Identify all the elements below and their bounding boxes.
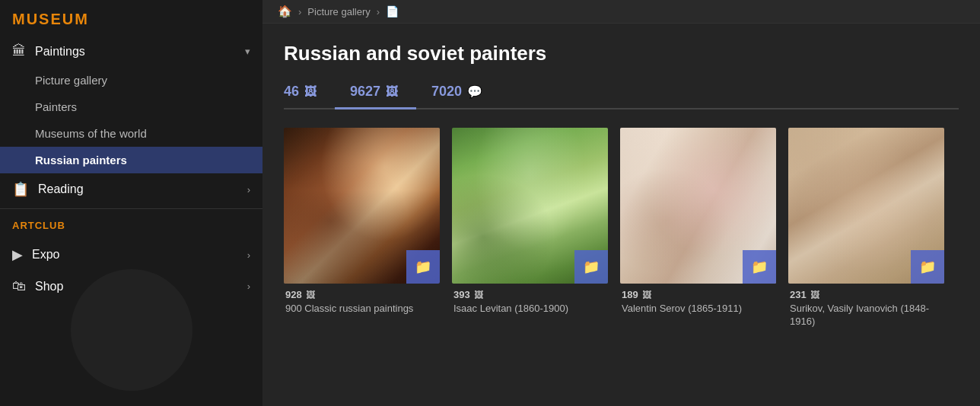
breadcrumb-page-icon: 📄 xyxy=(386,5,399,17)
sidebar-item-expo[interactable]: ▶ Expo › xyxy=(0,239,262,271)
sidebar-shop-label: Shop xyxy=(35,280,63,293)
sidebar-item-painters[interactable]: Painters xyxy=(0,94,262,120)
breadcrumb-sep-1: › xyxy=(298,6,301,17)
content-area: Russian and soviet painters 46 🖼 9627 🖼 … xyxy=(262,24,980,406)
gallery-card-3[interactable]: 📁 189 🖼 Valentin Serov (1865-1911) xyxy=(620,128,776,330)
card-title-3: Valentin Serov (1865-1911) xyxy=(622,303,775,316)
sidebar-section-reading[interactable]: 📋 Reading › xyxy=(0,173,262,205)
expo-play-icon: ▶ xyxy=(12,246,23,263)
card-title-1: 900 Classic russian paintings xyxy=(285,303,438,316)
stat-count-albums: 46 xyxy=(284,84,299,100)
stat-tab-pictures[interactable]: 9627 🖼 xyxy=(335,79,416,109)
card-meta-2: 393 🖼 Isaac Levitan (1860-1900) xyxy=(452,284,608,317)
card-img-wrap-3: 📁 xyxy=(620,128,776,284)
sidebar-expo-label: Expo xyxy=(32,248,59,262)
sidebar-item-museums-label: Museums of the world xyxy=(35,127,147,140)
card-meta-4: 231 🖼 Surikov, Vasily Ivanovich (1848-19… xyxy=(788,284,944,330)
sidebar-logo: MUSEUM xyxy=(0,0,262,36)
sidebar-section-paintings[interactable]: 🏛 Paintings ▾ xyxy=(0,36,262,67)
chevron-down-icon: ▾ xyxy=(245,46,250,57)
stats-bar: 46 🖼 9627 🖼 7020 💬 xyxy=(284,79,959,109)
stat-tab-comments[interactable]: 7020 💬 xyxy=(416,79,501,109)
breadcrumb-picture-gallery[interactable]: Picture gallery xyxy=(307,6,370,17)
gallery-card-4[interactable]: 📁 231 🖼 Surikov, Vasily Ivanovich (1848-… xyxy=(788,128,944,330)
page-title: Russian and soviet painters xyxy=(284,42,959,65)
albums-icon: 🖼 xyxy=(304,85,317,99)
sidebar-divider xyxy=(0,208,262,209)
card-count-1: 928 🖼 xyxy=(285,289,438,300)
shop-chevron-icon: › xyxy=(247,281,250,292)
folder-icon-1: 📁 xyxy=(415,259,431,275)
card-img-wrap-4: 📁 xyxy=(788,128,944,284)
count-value-4: 231 xyxy=(790,289,807,300)
card-folder-badge-2: 📁 xyxy=(574,250,608,284)
card-count-2: 393 🖼 xyxy=(453,289,606,300)
sidebar: MUSEUM 🏛 Paintings ▾ Picture gallery Pai… xyxy=(0,0,262,406)
main-content: 🏠 › Picture gallery › 📄 Russian and sovi… xyxy=(262,0,980,406)
count-icon-3: 🖼 xyxy=(642,290,651,300)
reading-icon: 📋 xyxy=(12,181,29,198)
museum-icon: 🏛 xyxy=(12,43,26,59)
sidebar-item-russian-painters[interactable]: Russian painters xyxy=(0,147,262,173)
card-count-4: 231 🖼 xyxy=(790,289,943,300)
gallery-card-1[interactable]: 📁 928 🖼 900 Classic russian paintings xyxy=(284,128,440,330)
sidebar-reading-label: Reading xyxy=(38,182,84,196)
sidebar-item-painters-label: Painters xyxy=(35,100,77,113)
count-value-2: 393 xyxy=(453,289,470,300)
count-icon-1: 🖼 xyxy=(306,290,315,300)
sidebar-item-russian-painters-label: Russian painters xyxy=(35,154,127,167)
card-count-3: 189 🖼 xyxy=(622,289,775,300)
sidebar-subitems-paintings: Picture gallery Painters Museums of the … xyxy=(0,67,262,173)
breadcrumb: 🏠 › Picture gallery › 📄 xyxy=(262,0,980,24)
comments-icon: 💬 xyxy=(467,84,482,99)
card-folder-badge-3: 📁 xyxy=(743,250,776,284)
gallery-card-2[interactable]: 📁 393 🖼 Isaac Levitan (1860-1900) xyxy=(452,128,608,330)
sidebar-item-picture-gallery[interactable]: Picture gallery xyxy=(0,67,262,94)
breadcrumb-sep-2: › xyxy=(377,6,380,17)
pictures-icon: 🖼 xyxy=(386,85,398,99)
sidebar-artclub-label: ARTCLUB xyxy=(0,212,262,239)
count-icon-2: 🖼 xyxy=(474,290,483,300)
folder-icon-3: 📁 xyxy=(751,259,768,275)
card-img-wrap-2: 📁 xyxy=(452,128,608,284)
count-icon-4: 🖼 xyxy=(810,290,819,300)
count-value-3: 189 xyxy=(622,289,638,300)
card-folder-badge-1: 📁 xyxy=(406,250,440,284)
chevron-right-icon: › xyxy=(247,184,250,195)
sidebar-item-shop[interactable]: 🛍 Shop › xyxy=(0,271,262,302)
folder-icon-4: 📁 xyxy=(919,259,936,275)
shop-icon: 🛍 xyxy=(12,278,26,294)
stat-tab-albums[interactable]: 46 🖼 xyxy=(284,79,335,109)
count-value-1: 928 xyxy=(285,289,302,300)
expo-chevron-icon: › xyxy=(247,249,250,261)
breadcrumb-home-icon[interactable]: 🏠 xyxy=(278,5,292,18)
card-title-2: Isaac Levitan (1860-1900) xyxy=(453,303,606,316)
stat-count-pictures: 9627 xyxy=(350,84,380,100)
card-meta-1: 928 🖼 900 Classic russian paintings xyxy=(284,284,440,317)
card-img-wrap-1: 📁 xyxy=(284,128,440,284)
card-folder-badge-4: 📁 xyxy=(911,250,944,284)
sidebar-item-museums-of-the-world[interactable]: Museums of the world xyxy=(0,120,262,147)
folder-icon-2: 📁 xyxy=(583,259,600,275)
gallery-grid: 📁 928 🖼 900 Classic russian paintings xyxy=(284,128,959,330)
sidebar-paintings-label: Paintings xyxy=(35,45,85,59)
stat-count-comments: 7020 xyxy=(431,84,462,100)
sidebar-item-picture-gallery-label: Picture gallery xyxy=(35,74,107,87)
card-meta-3: 189 🖼 Valentin Serov (1865-1911) xyxy=(620,284,776,317)
card-title-4: Surikov, Vasily Ivanovich (1848-1916) xyxy=(790,303,943,328)
